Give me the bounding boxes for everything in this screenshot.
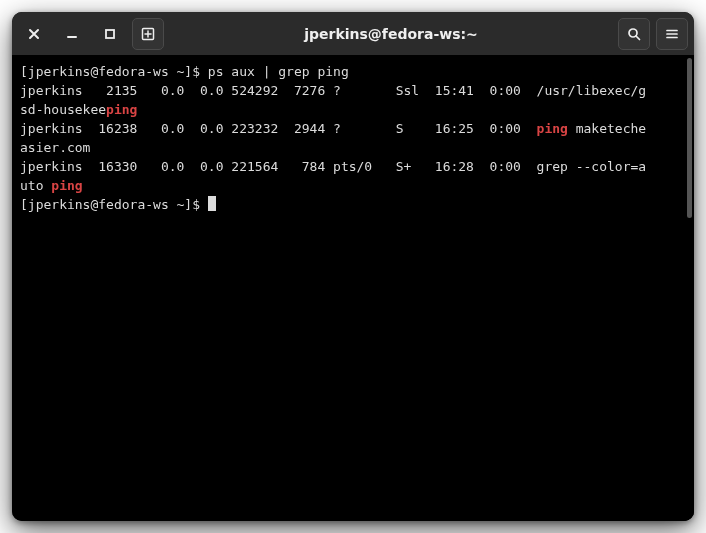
process-row: jperkins 16330 0.0 0.0 221564 784 pts/0 … — [20, 159, 646, 193]
maximize-icon — [104, 28, 116, 40]
hamburger-icon — [665, 27, 679, 41]
terminal-window: jperkins@fedora-ws:~ [jperkins@fedora-ws… — [12, 12, 694, 521]
scrollbar-thumb[interactable] — [687, 58, 692, 218]
grep-highlight: ping — [51, 178, 82, 193]
process-row: jperkins 2135 0.0 0.0 524292 7276 ? Ssl … — [20, 83, 646, 117]
minimize-icon — [66, 28, 78, 40]
titlebar-left-controls — [18, 18, 164, 50]
close-button[interactable] — [18, 18, 50, 50]
terminal-output[interactable]: [jperkins@fedora-ws ~]$ ps aux | grep pi… — [12, 56, 685, 521]
new-tab-icon — [141, 27, 155, 41]
terminal-area: [jperkins@fedora-ws ~]$ ps aux | grep pi… — [12, 56, 694, 521]
svg-rect-0 — [106, 30, 114, 38]
search-button[interactable] — [618, 18, 650, 50]
window-title: jperkins@fedora-ws:~ — [170, 26, 612, 42]
process-row: jperkins 16238 0.0 0.0 223232 2944 ? S 1… — [20, 121, 646, 155]
maximize-button[interactable] — [94, 18, 126, 50]
scrollbar[interactable] — [685, 56, 694, 521]
search-icon — [627, 27, 641, 41]
menu-button[interactable] — [656, 18, 688, 50]
grep-highlight: ping — [106, 102, 137, 117]
close-icon — [28, 28, 40, 40]
titlebar-right-controls — [618, 18, 688, 50]
titlebar: jperkins@fedora-ws:~ — [12, 12, 694, 56]
command-text: ps aux | grep ping — [208, 64, 349, 79]
prompt: [jperkins@fedora-ws ~]$ — [20, 197, 208, 212]
new-tab-button[interactable] — [132, 18, 164, 50]
prompt: [jperkins@fedora-ws ~]$ — [20, 64, 208, 79]
minimize-button[interactable] — [56, 18, 88, 50]
grep-highlight: ping — [537, 121, 568, 136]
cursor — [208, 196, 216, 211]
